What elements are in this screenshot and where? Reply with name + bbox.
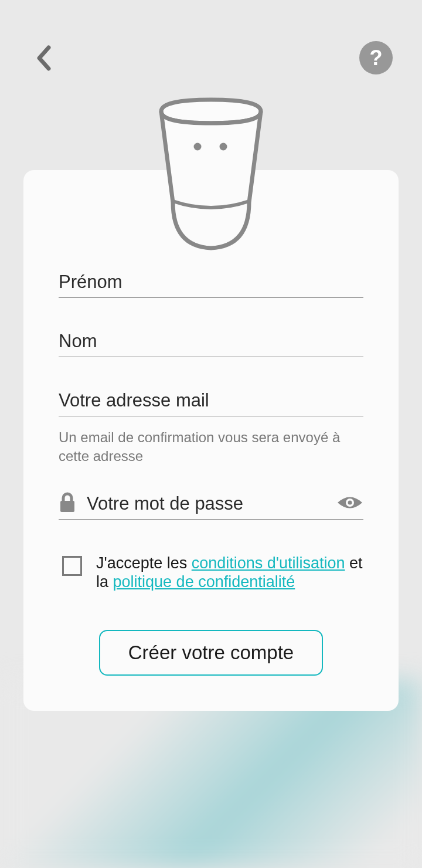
password-field[interactable] [87, 489, 326, 519]
svg-rect-2 [60, 501, 74, 512]
chevron-left-icon [36, 45, 52, 71]
svg-point-1 [220, 143, 227, 151]
email-helper-text: Un email de confirmation vous sera envoy… [59, 428, 363, 466]
svg-point-4 [348, 500, 352, 504]
email-field[interactable] [59, 385, 363, 416]
consent-row: J'accepte les conditions d'utilisation e… [59, 554, 363, 592]
consent-prefix: J'accepte les [96, 554, 192, 572]
back-button[interactable] [29, 43, 59, 73]
terms-link[interactable]: conditions d'utilisation [192, 554, 345, 572]
device-illustration [149, 97, 273, 255]
privacy-link[interactable]: politique de confidentialité [113, 573, 295, 591]
eye-icon [336, 494, 363, 511]
create-account-button[interactable]: Créer votre compte [99, 630, 323, 676]
password-group [59, 489, 363, 520]
svg-point-0 [194, 143, 202, 151]
toggle-password-visibility[interactable] [336, 494, 363, 514]
header: ? [0, 41, 422, 74]
email-group [59, 385, 363, 416]
first-name-field[interactable] [59, 267, 363, 298]
lock-icon [59, 492, 76, 516]
last-name-group [59, 326, 363, 357]
last-name-field[interactable] [59, 326, 363, 357]
help-icon: ? [370, 46, 383, 70]
accept-terms-checkbox[interactable] [62, 556, 82, 576]
help-button[interactable]: ? [359, 41, 393, 74]
first-name-group [59, 267, 363, 298]
consent-text: J'accepte les conditions d'utilisation e… [96, 554, 363, 592]
